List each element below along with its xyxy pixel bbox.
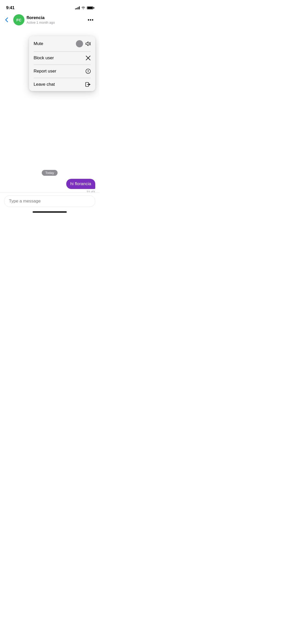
menu-item-leave[interactable]: Leave chat xyxy=(29,78,95,91)
back-button[interactable] xyxy=(2,15,11,24)
header-info: florencia Active 1 month ago xyxy=(26,15,84,24)
home-indicator xyxy=(33,211,67,213)
status-bar: 9:41 xyxy=(0,0,99,12)
menu-item-block[interactable]: Block user xyxy=(29,51,95,65)
status-time: 9:41 xyxy=(6,5,15,10)
chat-status: Active 1 month ago xyxy=(26,21,84,24)
menu-item-mute[interactable]: Mute xyxy=(29,36,95,51)
chat-name: florencia xyxy=(26,15,84,20)
dropdown-menu: Mute Block user Report user Leave chat xyxy=(29,36,95,91)
date-separator: Today xyxy=(0,170,99,176)
svg-point-6 xyxy=(88,72,88,72)
battery-icon xyxy=(87,6,93,9)
chat-header: FC florencia Active 1 month ago ••• xyxy=(0,12,99,28)
menu-item-report[interactable]: Report user xyxy=(29,65,95,78)
block-icon xyxy=(86,55,91,61)
leave-icon xyxy=(85,82,91,87)
message-wrapper: hi florancia xyxy=(4,179,95,189)
wifi-icon xyxy=(81,6,85,9)
message-time: 21:43 xyxy=(4,190,95,192)
message-input[interactable] xyxy=(4,195,95,207)
more-button[interactable]: ••• xyxy=(86,15,95,24)
status-icons xyxy=(75,6,93,9)
date-badge: Today xyxy=(42,170,58,176)
signal-icon xyxy=(75,6,80,9)
mute-slider-handle xyxy=(76,40,83,47)
report-icon xyxy=(86,69,91,74)
avatar: FC xyxy=(13,14,24,25)
mute-icon xyxy=(85,41,91,46)
message-bubble: hi florancia xyxy=(66,179,95,189)
